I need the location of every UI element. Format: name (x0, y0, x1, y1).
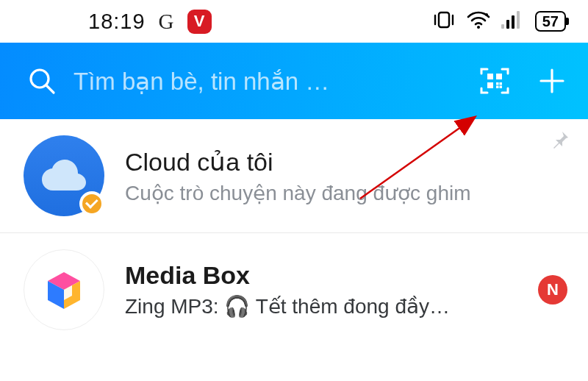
svg-rect-6 (517, 11, 520, 29)
chat-subtitle: Zing MP3: 🎧 Tết thêm đong đầy… (125, 294, 517, 318)
avatar-media (24, 249, 104, 330)
svg-rect-13 (500, 86, 503, 89)
svg-rect-3 (501, 24, 504, 29)
svg-rect-11 (487, 82, 493, 88)
svg-rect-15 (500, 82, 503, 85)
status-bar: 18:19 G V 57 (0, 0, 588, 43)
avatar-verified-badge (79, 191, 104, 216)
qr-icon (478, 65, 511, 97)
wifi-icon (466, 10, 491, 32)
unread-badge: N (538, 275, 567, 305)
pin-icon (550, 129, 570, 153)
chat-text: Cloud của tôi Cuộc trò chuyện này đang đ… (125, 147, 567, 205)
svg-point-2 (485, 13, 488, 16)
svg-rect-10 (496, 74, 502, 79)
search-input[interactable]: Tìm bạn bè, tin nhắn … (74, 67, 463, 96)
battery-level: 57 (535, 11, 566, 32)
qr-scan-button[interactable] (469, 55, 520, 107)
svg-rect-4 (506, 20, 509, 29)
add-button[interactable] (526, 55, 578, 107)
mediabox-icon (37, 263, 90, 316)
chat-item-mediabox[interactable]: Media Box Zing MP3: 🎧 Tết thêm đong đầy…… (0, 233, 588, 346)
search-button[interactable] (16, 55, 68, 107)
top-app-bar: Tìm bạn bè, tin nhắn … (0, 43, 588, 119)
status-time: 18:19 (88, 10, 146, 34)
svg-rect-9 (487, 74, 493, 79)
chat-text: Media Box Zing MP3: 🎧 Tết thêm đong đầy… (125, 261, 517, 318)
status-v-icon: V (187, 10, 212, 34)
avatar-cloud (24, 135, 104, 216)
svg-point-1 (477, 26, 480, 29)
chat-subtitle: Cuộc trò chuyện này đang được ghim (125, 181, 567, 205)
plus-icon (537, 65, 567, 96)
chat-list: Cloud của tôi Cuộc trò chuyện này đang đ… (0, 119, 588, 346)
signal-icon (501, 11, 525, 32)
status-right: 57 (432, 10, 566, 32)
svg-rect-12 (496, 82, 499, 85)
status-g-icon: G (159, 10, 174, 34)
status-left: 18:19 G V (88, 10, 212, 34)
svg-line-8 (46, 85, 54, 93)
chat-item-cloud[interactable]: Cloud của tôi Cuộc trò chuyện này đang đ… (0, 119, 588, 232)
search-icon (27, 66, 57, 96)
chat-title: Media Box (125, 261, 517, 290)
vibrate-icon (432, 10, 456, 32)
svg-rect-14 (496, 86, 499, 89)
cloud-icon (40, 158, 88, 193)
svg-rect-0 (439, 13, 449, 27)
chat-title: Cloud của tôi (125, 147, 567, 177)
svg-rect-5 (512, 15, 514, 29)
